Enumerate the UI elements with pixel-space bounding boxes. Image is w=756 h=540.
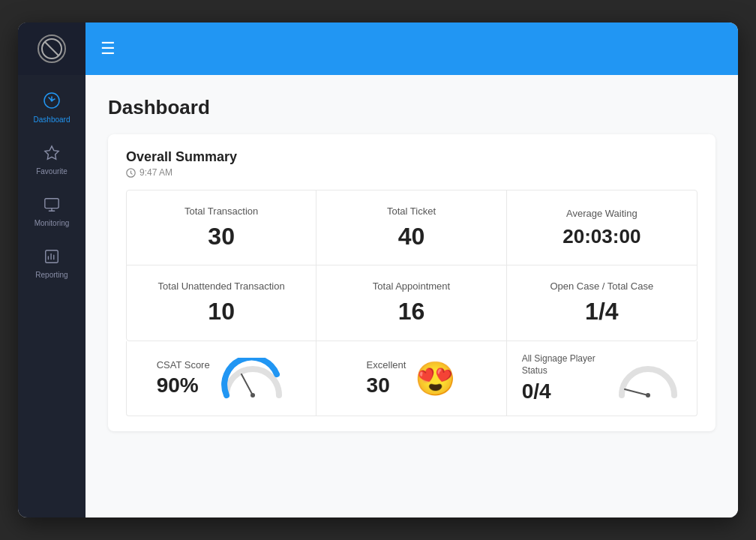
stat-total-transaction: Total Transaction 30 <box>127 190 316 266</box>
stat-value-total-appointment: 16 <box>398 298 425 326</box>
svg-line-11 <box>625 389 648 395</box>
excellent-cell: Excellent 30 😍 <box>316 341 506 416</box>
summary-card: Overall Summary 9:47 AM Total Transactio… <box>108 134 716 431</box>
sidebar-navigation: Dashboard Favourite Monitoring <box>18 75 86 288</box>
stat-open-case: Open Case / Total Case 1/4 <box>507 266 697 340</box>
svg-rect-4 <box>45 199 58 208</box>
excellent-emoji: 😍 <box>415 362 456 395</box>
clock-icon <box>126 168 136 178</box>
excellent-label: Excellent <box>367 359 406 370</box>
menu-toggle-button[interactable]: ☰ <box>100 39 116 58</box>
stat-value-total-unattended: 10 <box>208 298 235 326</box>
signage-value: 0/4 <box>522 380 605 404</box>
page-title: Dashboard <box>108 96 716 119</box>
app-logo-icon <box>38 34 66 63</box>
time-value: 9:47 AM <box>140 167 172 178</box>
stat-total-ticket: Total Ticket 40 <box>316 190 506 266</box>
sidebar-item-dashboard[interactable]: Dashboard <box>18 82 86 133</box>
csat-gauge-svg: 1 100 <box>219 358 286 399</box>
topbar: ☰ <box>86 22 738 75</box>
svg-rect-5 <box>46 250 58 263</box>
summary-title: Overall Summary <box>126 149 698 165</box>
stat-value-total-transaction: 30 <box>208 223 235 250</box>
signage-gauge: 0 <box>614 358 682 399</box>
monitoring-icon <box>44 196 60 216</box>
csat-label: CSAT Score <box>157 359 210 370</box>
screen: Dashboard Favourite Monitoring <box>18 22 738 518</box>
reporting-icon <box>44 248 60 268</box>
svg-point-12 <box>646 393 650 398</box>
excellent-value: 30 <box>367 374 390 398</box>
stat-value-open-case: 1/4 <box>585 298 618 326</box>
svg-line-7 <box>242 374 253 395</box>
favourite-icon <box>44 145 60 164</box>
csat-text: CSAT Score 90% <box>157 359 210 398</box>
dashboard-icon <box>43 92 61 112</box>
stat-total-unattended: Total Unattended Transaction 10 <box>127 266 316 340</box>
content-area: Dashboard Overall Summary 9:47 AM <box>86 75 738 518</box>
sidebar: Dashboard Favourite Monitoring <box>18 22 86 518</box>
excellent-text: Excellent 30 <box>367 359 406 398</box>
sidebar-item-reporting-label: Reporting <box>35 271 68 279</box>
bottom-row: CSAT Score 90% <box>126 341 698 416</box>
sidebar-item-favourite[interactable]: Favourite <box>18 136 86 184</box>
stat-total-appointment: Total Appointment 16 <box>316 266 506 340</box>
svg-line-1 <box>45 42 58 56</box>
stat-value-total-ticket: 40 <box>398 223 425 250</box>
sidebar-item-reporting[interactable]: Reporting <box>18 239 86 288</box>
signage-text: All Signage Player Status 0/4 <box>522 353 605 404</box>
csat-cell: CSAT Score 90% <box>127 341 316 416</box>
sidebar-item-dashboard-label: Dashboard <box>34 116 70 124</box>
signage-gauge-svg: 0 <box>614 358 682 399</box>
stat-label-total-transaction: Total Transaction <box>184 206 258 217</box>
stat-average-waiting: Average Waiting 20:03:00 <box>507 190 697 266</box>
csat-value: 90% <box>157 374 210 398</box>
main-content: ☰ Dashboard Overall Summary 9:47 AM <box>86 22 738 518</box>
signage-label: All Signage Player Status <box>522 353 605 376</box>
svg-point-3 <box>51 100 53 102</box>
stat-label-open-case: Open Case / Total Case <box>550 280 653 292</box>
sidebar-logo <box>18 22 86 75</box>
sidebar-item-monitoring[interactable]: Monitoring <box>18 188 86 236</box>
csat-gauge: 1 100 <box>219 358 286 399</box>
summary-header: Overall Summary 9:47 AM <box>126 149 698 178</box>
stat-label-total-unattended: Total Unattended Transaction <box>158 280 285 292</box>
sidebar-item-favourite-label: Favourite <box>36 167 68 176</box>
stat-value-average-waiting: 20:03:00 <box>562 225 640 248</box>
stat-label-average-waiting: Average Waiting <box>566 208 638 219</box>
signage-cell: All Signage Player Status 0/4 0 <box>507 341 697 416</box>
stats-grid: Total Transaction 30 Total Ticket 40 Ave… <box>126 190 698 341</box>
stat-label-total-ticket: Total Ticket <box>387 206 436 217</box>
sidebar-item-monitoring-label: Monitoring <box>34 219 70 227</box>
svg-point-8 <box>250 393 255 398</box>
summary-time: 9:47 AM <box>126 167 698 178</box>
stat-label-total-appointment: Total Appointment <box>373 280 450 292</box>
